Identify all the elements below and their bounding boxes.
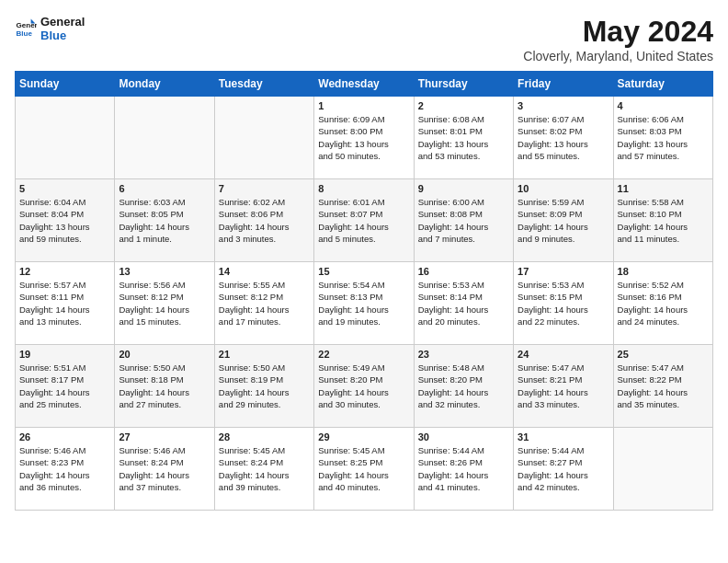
logo-line1: General [40, 15, 85, 29]
calendar-cell: 26Sunrise: 5:46 AM Sunset: 8:23 PM Dayli… [16, 428, 115, 511]
calendar-cell: 18Sunrise: 5:52 AM Sunset: 8:16 PM Dayli… [613, 262, 712, 345]
calendar-cell: 11Sunrise: 5:58 AM Sunset: 8:10 PM Dayli… [613, 179, 712, 262]
calendar-cell: 14Sunrise: 5:55 AM Sunset: 8:12 PM Dayli… [214, 262, 313, 345]
day-number: 15 [318, 266, 409, 277]
day-info: Sunrise: 5:45 AM Sunset: 8:25 PM Dayligh… [318, 444, 409, 493]
calendar-cell: 9Sunrise: 6:00 AM Sunset: 8:08 PM Daylig… [414, 179, 513, 262]
calendar-cell: 28Sunrise: 5:45 AM Sunset: 8:24 PM Dayli… [214, 428, 313, 511]
day-number: 19 [19, 349, 110, 360]
calendar-cell: 29Sunrise: 5:45 AM Sunset: 8:25 PM Dayli… [314, 428, 414, 511]
day-info: Sunrise: 5:50 AM Sunset: 8:19 PM Dayligh… [219, 362, 310, 410]
calendar-week-row: 26Sunrise: 5:46 AM Sunset: 8:23 PM Dayli… [16, 428, 713, 511]
day-number: 11 [618, 183, 709, 194]
day-number: 5 [19, 183, 110, 194]
day-number: 1 [318, 100, 409, 111]
day-number: 18 [618, 266, 709, 277]
calendar-cell: 16Sunrise: 5:53 AM Sunset: 8:14 PM Dayli… [414, 262, 513, 345]
day-info: Sunrise: 5:58 AM Sunset: 8:10 PM Dayligh… [618, 196, 709, 245]
header-saturday: Saturday [613, 72, 712, 97]
calendar-cell: 4Sunrise: 6:06 AM Sunset: 8:03 PM Daylig… [613, 97, 712, 179]
calendar-cell [16, 97, 115, 179]
day-number: 16 [418, 266, 509, 277]
day-info: Sunrise: 5:52 AM Sunset: 8:16 PM Dayligh… [618, 279, 709, 327]
day-info: Sunrise: 5:51 AM Sunset: 8:17 PM Dayligh… [19, 362, 110, 410]
calendar-subtitle: Cloverly, Maryland, United States [523, 49, 713, 63]
calendar-cell: 31Sunrise: 5:44 AM Sunset: 8:27 PM Dayli… [514, 428, 613, 511]
day-info: Sunrise: 5:53 AM Sunset: 8:15 PM Dayligh… [518, 279, 609, 327]
day-info: Sunrise: 5:53 AM Sunset: 8:14 PM Dayligh… [418, 279, 509, 327]
calendar-cell: 2Sunrise: 6:08 AM Sunset: 8:01 PM Daylig… [414, 97, 513, 179]
day-number: 29 [318, 431, 409, 442]
day-info: Sunrise: 5:57 AM Sunset: 8:11 PM Dayligh… [19, 279, 110, 327]
day-info: Sunrise: 5:56 AM Sunset: 8:12 PM Dayligh… [119, 279, 210, 327]
calendar-cell: 27Sunrise: 5:46 AM Sunset: 8:24 PM Dayli… [115, 428, 214, 511]
day-info: Sunrise: 6:08 AM Sunset: 8:01 PM Dayligh… [418, 113, 509, 162]
day-info: Sunrise: 6:04 AM Sunset: 8:04 PM Dayligh… [19, 196, 110, 245]
day-info: Sunrise: 6:09 AM Sunset: 8:00 PM Dayligh… [318, 113, 409, 162]
day-info: Sunrise: 6:03 AM Sunset: 8:05 PM Dayligh… [119, 196, 210, 245]
logo: General Blue General Blue [15, 15, 85, 42]
calendar-cell: 1Sunrise: 6:09 AM Sunset: 8:00 PM Daylig… [314, 97, 414, 179]
logo-icon: General Blue [15, 17, 37, 40]
day-info: Sunrise: 5:45 AM Sunset: 8:24 PM Dayligh… [219, 444, 310, 493]
day-info: Sunrise: 6:02 AM Sunset: 8:06 PM Dayligh… [219, 196, 310, 245]
day-number: 30 [418, 431, 509, 442]
day-number: 12 [19, 266, 110, 277]
header-monday: Monday [115, 72, 214, 97]
title-block: May 2024 Cloverly, Maryland, United Stat… [523, 15, 713, 63]
day-info: Sunrise: 5:46 AM Sunset: 8:24 PM Dayligh… [119, 444, 210, 493]
day-number: 7 [219, 183, 310, 194]
day-number: 3 [518, 100, 609, 111]
day-number: 9 [418, 183, 509, 194]
day-number: 22 [318, 349, 409, 360]
calendar-week-row: 5Sunrise: 6:04 AM Sunset: 8:04 PM Daylig… [16, 179, 713, 262]
day-number: 17 [518, 266, 609, 277]
calendar-cell [613, 428, 712, 511]
header-tuesday: Tuesday [214, 72, 313, 97]
calendar-cell: 6Sunrise: 6:03 AM Sunset: 8:05 PM Daylig… [115, 179, 214, 262]
day-info: Sunrise: 5:48 AM Sunset: 8:20 PM Dayligh… [418, 362, 509, 410]
day-number: 27 [119, 431, 210, 442]
calendar-title: May 2024 [523, 15, 713, 49]
day-info: Sunrise: 6:06 AM Sunset: 8:03 PM Dayligh… [618, 113, 709, 162]
header-sunday: Sunday [16, 72, 115, 97]
calendar-cell: 12Sunrise: 5:57 AM Sunset: 8:11 PM Dayli… [16, 262, 115, 345]
day-number: 4 [618, 100, 709, 111]
calendar-cell: 17Sunrise: 5:53 AM Sunset: 8:15 PM Dayli… [514, 262, 613, 345]
calendar-cell: 22Sunrise: 5:49 AM Sunset: 8:20 PM Dayli… [314, 345, 414, 428]
day-number: 10 [518, 183, 609, 194]
day-number: 6 [119, 183, 210, 194]
calendar-cell: 3Sunrise: 6:07 AM Sunset: 8:02 PM Daylig… [514, 97, 613, 179]
calendar-table: Sunday Monday Tuesday Wednesday Thursday… [15, 71, 713, 511]
calendar-week-row: 12Sunrise: 5:57 AM Sunset: 8:11 PM Dayli… [16, 262, 713, 345]
day-number: 23 [418, 349, 509, 360]
calendar-cell: 24Sunrise: 5:47 AM Sunset: 8:21 PM Dayli… [514, 345, 613, 428]
day-number: 14 [219, 266, 310, 277]
day-info: Sunrise: 5:47 AM Sunset: 8:21 PM Dayligh… [518, 362, 609, 410]
day-info: Sunrise: 5:44 AM Sunset: 8:27 PM Dayligh… [518, 444, 609, 493]
day-info: Sunrise: 5:49 AM Sunset: 8:20 PM Dayligh… [318, 362, 409, 410]
day-info: Sunrise: 5:59 AM Sunset: 8:09 PM Dayligh… [518, 196, 609, 245]
calendar-cell: 10Sunrise: 5:59 AM Sunset: 8:09 PM Dayli… [514, 179, 613, 262]
day-info: Sunrise: 6:01 AM Sunset: 8:07 PM Dayligh… [318, 196, 409, 245]
day-info: Sunrise: 5:54 AM Sunset: 8:13 PM Dayligh… [318, 279, 409, 327]
calendar-cell [214, 97, 313, 179]
day-info: Sunrise: 6:00 AM Sunset: 8:08 PM Dayligh… [418, 196, 509, 245]
day-number: 8 [318, 183, 409, 194]
calendar-cell: 19Sunrise: 5:51 AM Sunset: 8:17 PM Dayli… [16, 345, 115, 428]
header-thursday: Thursday [414, 72, 513, 97]
calendar-week-row: 19Sunrise: 5:51 AM Sunset: 8:17 PM Dayli… [16, 345, 713, 428]
day-number: 21 [219, 349, 310, 360]
calendar-cell: 23Sunrise: 5:48 AM Sunset: 8:20 PM Dayli… [414, 345, 513, 428]
calendar-cell [115, 97, 214, 179]
day-number: 31 [518, 431, 609, 442]
header-wednesday: Wednesday [314, 72, 414, 97]
day-number: 2 [418, 100, 509, 111]
day-number: 26 [19, 431, 110, 442]
day-number: 20 [119, 349, 210, 360]
calendar-cell: 20Sunrise: 5:50 AM Sunset: 8:18 PM Dayli… [115, 345, 214, 428]
calendar-cell: 5Sunrise: 6:04 AM Sunset: 8:04 PM Daylig… [16, 179, 115, 262]
day-header-row: Sunday Monday Tuesday Wednesday Thursday… [16, 72, 713, 97]
logo-line2: Blue [40, 29, 85, 42]
day-info: Sunrise: 5:44 AM Sunset: 8:26 PM Dayligh… [418, 444, 509, 493]
